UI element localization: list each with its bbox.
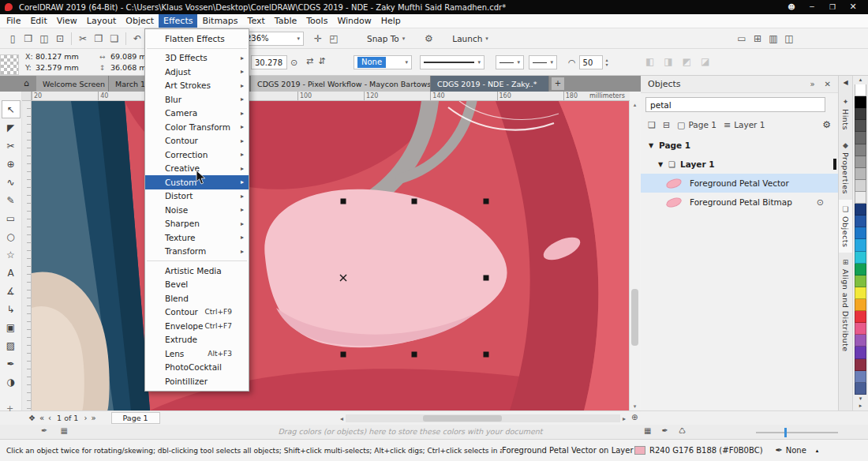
color-swatch[interactable] (855, 275, 866, 287)
open-icon[interactable]: ❒ (21, 33, 36, 44)
tree-row-page[interactable]: ▼ Page 1 (641, 136, 838, 155)
snap-options-icon[interactable]: ◫ (781, 33, 797, 44)
zoom-level-combo[interactable]: 236% ▾ (242, 32, 304, 46)
drop-shadow-tool[interactable]: ▣ (2, 319, 20, 335)
menu-item-transform[interactable]: Transform ▸ (145, 245, 249, 259)
home-icon[interactable]: ⌂ (24, 78, 29, 89)
prev-page-button[interactable]: ‹ (48, 414, 51, 422)
menu-text[interactable]: Text (243, 14, 270, 28)
menu-object[interactable]: Object (121, 14, 159, 28)
palette-scroll-up-icon[interactable]: ▴ (859, 77, 862, 84)
color-swatch[interactable] (855, 335, 866, 347)
menu-item-pointillizer[interactable]: Pointillizer ▸ (145, 374, 249, 388)
side-tab-hints[interactable]: ✦ Hints (839, 92, 852, 136)
docker-flyout-icon[interactable]: » (810, 80, 814, 88)
drawing-canvas[interactable] (32, 101, 629, 410)
crop-tool[interactable]: ✂ (2, 137, 20, 154)
mirror-horizontal-button[interactable]: ⇄ (306, 56, 313, 66)
rectangle-tool[interactable]: ▭ (2, 210, 20, 227)
color-swatch[interactable] (855, 108, 866, 120)
corner-stepper[interactable]: ▴▾ (606, 58, 608, 67)
ruler-toggle-icon[interactable]: ▭ (734, 33, 750, 44)
color-swatch[interactable] (855, 347, 866, 358)
eyedropper-icon[interactable]: ✒ (41, 426, 47, 435)
menu-item-noise[interactable]: Noise ▸ (145, 203, 249, 217)
docker-collapse-icon[interactable]: ◀ (843, 79, 847, 86)
save-icon[interactable]: ◫ (36, 33, 52, 44)
menu-item-3d-effects[interactable]: 3D Effects ▸ (145, 51, 249, 66)
scroll-down-icon[interactable]: ▾ (630, 403, 640, 410)
menu-item-texture[interactable]: Texture ▸ (145, 230, 249, 245)
artistic-media-tool[interactable]: ✎ (2, 192, 20, 208)
interactive-fill-tool[interactable]: ◑ (2, 373, 20, 390)
menu-separator[interactable]: ▸ (145, 258, 249, 264)
zoom-slider-thumb[interactable] (784, 428, 787, 437)
color-swatch[interactable] (855, 156, 866, 168)
palette-flyout-icon[interactable]: ▸ (859, 403, 862, 410)
color-swatch[interactable] (855, 383, 866, 395)
scroll-up-icon[interactable]: ▴ (630, 102, 640, 108)
menu-item-blur[interactable]: Blur ▸ (145, 92, 249, 107)
eyedropper-tool[interactable]: ✒ (2, 355, 20, 372)
guideline-toggle-icon[interactable]: ▥ (765, 33, 781, 44)
zoom-slider[interactable] (756, 432, 838, 433)
close-button[interactable]: ✕ (843, 0, 863, 14)
menu-help[interactable]: Help (376, 14, 406, 28)
scroll-right-icon[interactable]: ▸ (620, 415, 628, 422)
page-tab[interactable]: Page 1 (111, 412, 160, 424)
cut-icon[interactable]: ✂ (75, 33, 91, 44)
menu-item-flatten-effects[interactable]: Flatten Effects ▸ (145, 32, 249, 46)
zoom-tool[interactable]: ⊕ (2, 156, 20, 172)
color-swatch[interactable] (855, 252, 866, 264)
color-swatch[interactable] (855, 227, 866, 239)
palette-grid-icon[interactable]: ▦ (60, 426, 67, 435)
menu-view[interactable]: View (52, 14, 82, 28)
dimension-tool[interactable]: ∡ (2, 283, 20, 299)
zoom-fit-icon[interactable]: ◰ (326, 33, 342, 44)
page-flip-icon[interactable]: ❖ (28, 414, 36, 422)
end-arrowhead-combo[interactable]: ▾ (529, 55, 557, 69)
start-arrowhead-combo[interactable]: ▾ (496, 55, 524, 69)
account-icon[interactable]: ☻ (781, 0, 802, 14)
objects-settings-gear-icon[interactable]: ⚙ (822, 119, 831, 130)
menu-bitmaps[interactable]: Bitmaps (197, 14, 242, 28)
corner-roundness-field[interactable]: 50 (579, 55, 603, 69)
menu-tools[interactable]: Tools (301, 14, 332, 28)
print-icon[interactable]: ⊡ (52, 33, 68, 44)
tree-row-layer[interactable]: ▼ ❏ Layer 1 (641, 155, 838, 174)
y-position-field[interactable]: 32.579 mm (36, 62, 79, 73)
color-swatch[interactable] (855, 216, 866, 227)
color-swatch[interactable] (855, 144, 866, 156)
maximize-button[interactable]: ❐ (822, 0, 843, 14)
tab-march-12[interactable]: March 12 (109, 76, 145, 92)
docker-close-icon[interactable]: ✕ (825, 80, 831, 88)
last-page-button[interactable]: » (91, 414, 95, 422)
add-color-icon[interactable]: ✒ (661, 426, 668, 435)
color-swatch[interactable] (855, 239, 866, 251)
side-tab-properties[interactable]: ◆ Properties (839, 136, 852, 200)
menu-item-blend[interactable]: Blend ▸ (145, 291, 249, 305)
launch-dropdown[interactable]: Launch ▾ (447, 34, 493, 43)
menu-item-adjust[interactable]: Adjust ▸ (145, 65, 249, 79)
color-swatch[interactable] (855, 168, 866, 180)
pan-tool-icon[interactable]: ✛ (310, 33, 326, 44)
expander-icon[interactable]: ▼ (649, 142, 659, 149)
menu-item-artistic-media[interactable]: Artistic Media ▸ (145, 264, 249, 278)
vertical-ruler[interactable] (22, 101, 32, 410)
menu-edit[interactable]: Edit (25, 14, 51, 28)
expander-icon[interactable]: ▼ (658, 161, 668, 168)
customize-toolbox-button[interactable]: + (6, 403, 13, 414)
color-swatch[interactable] (855, 323, 866, 335)
horizontal-scrollbar[interactable]: ◂ ▸ (338, 414, 628, 423)
color-swatch[interactable] (855, 180, 866, 192)
text-tool[interactable]: A (2, 264, 20, 281)
menu-separator[interactable]: ▸ (145, 46, 249, 51)
menu-item-lens[interactable]: Lens Alt+F3 ▸ (145, 347, 249, 361)
undo-icon[interactable]: ↶ (129, 33, 145, 44)
objects-search-input[interactable] (645, 97, 825, 112)
color-swatch[interactable] (855, 96, 866, 108)
snap-to-dropdown[interactable]: Snap To ▾ (362, 34, 410, 43)
tree-row-petal-vector[interactable]: Foreground Petal Vector (641, 174, 838, 193)
freehand-tool[interactable]: ∿ (2, 174, 20, 190)
tab-pixel-workflow[interactable]: CDGS 2019 - Pixel Workflow - Maycon Bart… (251, 76, 431, 92)
